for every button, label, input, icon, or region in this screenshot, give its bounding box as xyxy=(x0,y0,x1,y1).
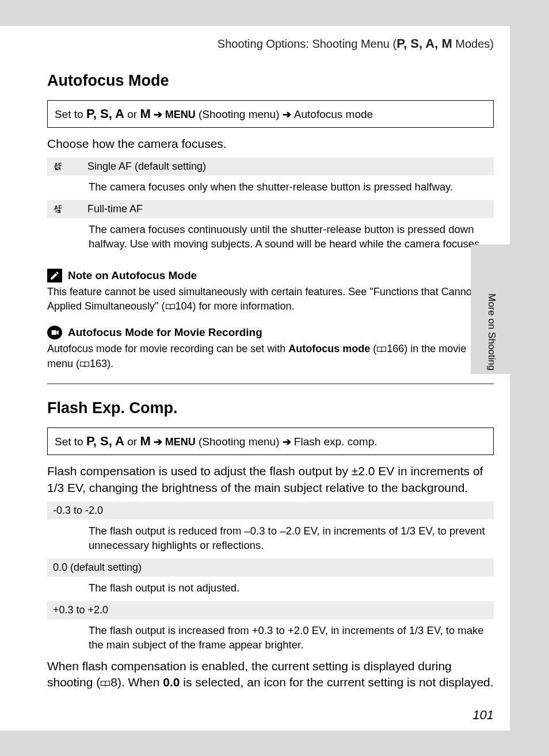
option-row: 0.0 (default setting) xyxy=(47,559,494,576)
header-modes: P, S, A, M xyxy=(396,36,452,51)
af-f-icon: AFF xyxy=(51,203,87,215)
autofocus-intro: Choose how the camera focuses. xyxy=(47,136,494,152)
page-ref: 104 xyxy=(176,300,193,312)
note-movie-af: Autofocus Mode for Movie Recording Autof… xyxy=(47,326,494,372)
arrow-icon: ➔ xyxy=(151,436,165,448)
note-bold: Autofocus mode xyxy=(288,343,370,354)
page-number: 101 xyxy=(472,708,494,723)
note-text: ( xyxy=(370,343,376,354)
note-text: ) for more information. xyxy=(193,300,295,312)
outro-text: is selected, an icon for the current set… xyxy=(180,675,493,689)
page-ref: 163 xyxy=(90,358,107,369)
manual-page: More on Shooting Shooting Options: Shoot… xyxy=(0,26,510,731)
menu-path-autofocus: Set to P, S, A or M ➔ MENU (Shooting men… xyxy=(47,100,494,128)
option-row: +0.3 to +2.0 xyxy=(47,601,494,619)
option-body: The flash output is reduced from –0.3 to… xyxy=(47,520,494,559)
note-text: ). xyxy=(107,358,113,369)
path-text: Set to xyxy=(55,108,86,120)
page-ref: 166 xyxy=(387,343,404,354)
note-autofocus: Note on Autofocus Mode This feature cann… xyxy=(47,269,494,314)
option-row: -0.3 to -2.0 xyxy=(47,502,494,520)
movie-icon xyxy=(47,326,62,339)
path-text: (Shooting menu) xyxy=(196,108,283,120)
note-body: This feature cannot be used simultaneous… xyxy=(47,285,494,314)
path-mode-m: M xyxy=(140,106,150,121)
option-body: The camera focuses continuously until th… xyxy=(47,218,494,257)
path-text: or xyxy=(124,436,140,448)
arrow-icon: ➔ xyxy=(283,436,294,448)
menu-path-flash: Set to P, S, A or M ➔ MENU (Shooting men… xyxy=(47,427,494,455)
icon-bot: F xyxy=(56,210,60,213)
book-icon xyxy=(100,675,110,692)
path-item: Flash exp. comp. xyxy=(294,436,378,448)
option-body: The flash output is not adjusted. xyxy=(47,576,494,601)
note-text: Autofocus mode for movie recording can b… xyxy=(47,343,288,354)
section-divider xyxy=(47,383,494,384)
autofocus-mode-title: Autofocus Mode xyxy=(47,72,494,90)
outro-text: ). When xyxy=(117,675,163,689)
option-label: Full-time AF xyxy=(87,203,143,215)
flash-exp-comp-title: Flash Exp. Comp. xyxy=(47,399,494,417)
icon-bot: S xyxy=(55,167,60,171)
header-suffix: Modes) xyxy=(452,37,494,50)
option-body: The camera focuses only when the shutter… xyxy=(47,175,494,200)
book-icon xyxy=(376,343,387,357)
path-mode-m: M xyxy=(140,434,150,448)
arrow-icon: ➔ xyxy=(151,109,165,120)
pencil-icon xyxy=(47,269,62,282)
note-title-text: Note on Autofocus Mode xyxy=(68,269,197,282)
note-body: Autofocus mode for movie recording can b… xyxy=(47,342,494,372)
book-icon xyxy=(79,358,90,372)
flash-intro: Flash compensation is used to adjust the… xyxy=(47,463,494,496)
menu-label: MENU xyxy=(165,109,196,120)
path-modes: P, S, A xyxy=(86,106,124,121)
option-row: AFF Full-time AF xyxy=(47,200,494,218)
path-text: Set to xyxy=(55,436,86,448)
menu-label: MENU xyxy=(165,436,196,448)
path-modes: P, S, A xyxy=(86,434,124,448)
header-prefix: Shooting Options: Shooting Menu ( xyxy=(218,37,396,50)
book-icon xyxy=(165,300,176,314)
note-title-text: Autofocus Mode for Movie Recording xyxy=(68,326,262,339)
page-header: Shooting Options: Shooting Menu (P, S, A… xyxy=(47,36,494,51)
section-side-label: More on Shooting xyxy=(486,293,497,371)
option-label: Single AF (default setting) xyxy=(87,161,206,173)
path-text: (Shooting menu) xyxy=(196,436,283,448)
path-text: or xyxy=(124,108,140,120)
af-s-icon: AFS xyxy=(51,161,87,173)
page-ref: 8 xyxy=(110,675,117,689)
outro-bold: 0.0 xyxy=(163,675,180,689)
arrow-icon: ➔ xyxy=(283,109,294,120)
flash-outro: When flash compensation is enabled, the … xyxy=(47,658,494,692)
option-body: The flash output is increased from +0.3 … xyxy=(47,619,494,658)
option-row: AFS Single AF (default setting) xyxy=(47,158,494,175)
path-item: Autofocus mode xyxy=(294,108,373,120)
